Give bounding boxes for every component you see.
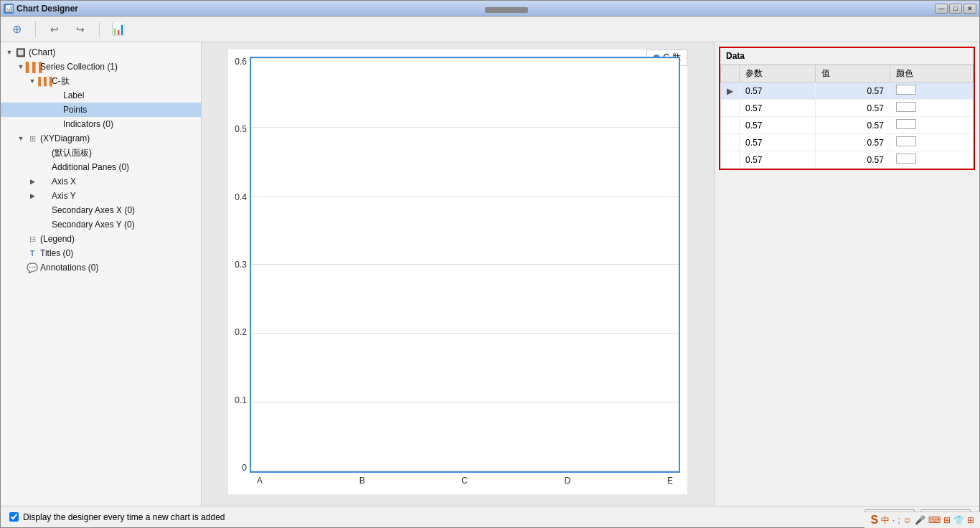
tree-item-c-unit[interactable]: ▼ ▐▐▐ C-肽 [1, 74, 201, 88]
secondary-axes-x-icon [38, 204, 50, 216]
chart-view-button[interactable]: 📊 [108, 20, 128, 39]
row-color-0 [890, 82, 973, 100]
expander-axis-x: ▶ [27, 176, 38, 187]
label-node-icon [50, 90, 61, 101]
row-value-1: 0.57 [815, 100, 890, 117]
annotations-icon: 💬 [27, 262, 38, 273]
color-swatch-1[interactable] [896, 102, 916, 112]
data-panel-header: Data [720, 48, 974, 65]
points-label: Points [63, 105, 87, 115]
main-area: ▼ 🔲 (Chart) ▼ ▐▐▐ Series Collection (1) … [1, 42, 979, 506]
data-row-3[interactable]: 0.57 0.57 [721, 134, 974, 151]
tree-item-titles[interactable]: ▶ T Titles (0) [1, 246, 201, 260]
gridline-6 [251, 402, 679, 402]
ime-icon-s: S [870, 514, 878, 527]
tree-item-axis-y[interactable]: ▶ Axis Y [1, 189, 201, 203]
chart-node-icon: 🔲 [15, 47, 27, 58]
tree-item-axis-x[interactable]: ▶ Axis X [1, 174, 201, 189]
row-color-4 [890, 151, 973, 169]
xaxis-label-e: E [667, 476, 673, 486]
title-bar: 📊 Chart Designer — □ ✕ [1, 1, 979, 16]
undo-button[interactable]: ↩ [44, 20, 65, 39]
add-button[interactable]: ⊕ [6, 20, 27, 39]
xaxis-label-b: B [359, 476, 365, 486]
row-arrow-4 [721, 151, 740, 169]
points-icon [50, 104, 61, 116]
yaxis-label-2: 0.4 [235, 192, 247, 202]
tree-item-secondary-axes-x[interactable]: ▶ Secondary Axes X (0) [1, 203, 201, 217]
th-value: 值 [815, 65, 890, 82]
default-pane-icon [38, 147, 50, 159]
tree-item-chart[interactable]: ▼ 🔲 (Chart) [1, 45, 201, 60]
chart-plot-area [250, 57, 680, 473]
tree-item-series-collection[interactable]: ▼ ▐▐▐ Series Collection (1) [1, 60, 201, 74]
titles-label: Titles (0) [40, 248, 73, 258]
row-arrow-0: ▶ [721, 82, 740, 100]
data-row-1[interactable]: 0.57 0.57 [721, 100, 974, 117]
axis-x-icon [38, 176, 50, 187]
ime-emoji: ☺ [903, 515, 912, 525]
right-panel: Data 参数 值 颜色 ▶ 0.57 [714, 42, 979, 506]
minimize-button[interactable]: — [935, 4, 948, 14]
c-unit-label: C-肽 [52, 75, 70, 88]
indicators-label: Indicators (0) [63, 119, 113, 129]
titles-icon: T [27, 248, 38, 259]
tree-item-secondary-axes-y[interactable]: ▶ Secondary Axes Y (0) [1, 217, 201, 232]
label-node-label: Label [63, 90, 84, 100]
ime-mic: 🎤 [915, 515, 925, 525]
bottom-bar: Display the designer every time a new ch… [1, 506, 979, 527]
chart-wrapper: C-肽 0.6 0.5 0.4 0.3 0.2 0.1 0 [228, 50, 687, 494]
color-swatch-4[interactable] [896, 154, 916, 164]
yaxis-label-3: 0.3 [235, 260, 247, 270]
row-param-3: 0.57 [740, 134, 816, 151]
row-value-4: 0.57 [815, 151, 890, 169]
yaxis-label-0: 0.6 [235, 57, 247, 67]
tree-item-additional-panes[interactable]: ▶ Additional Panes (0) [1, 160, 201, 174]
th-param: 参数 [740, 65, 816, 82]
chart-yaxis: 0.6 0.5 0.4 0.3 0.2 0.1 0 [228, 57, 250, 473]
ime-symbol: ; [897, 515, 900, 525]
expander-xydiagram: ▼ [15, 133, 27, 144]
ime-keyboard: ⌨ [928, 515, 941, 525]
color-swatch-3[interactable] [896, 136, 916, 146]
maximize-button[interactable]: □ [949, 4, 962, 14]
ime-cloud: ⊞ [943, 515, 951, 525]
yaxis-label-1: 0.5 [235, 124, 247, 134]
redo-icon: ↪ [76, 24, 85, 35]
data-tab-label[interactable]: Data [726, 51, 745, 61]
gridline-3 [251, 196, 679, 197]
tree-item-points[interactable]: ▶ Points [1, 103, 201, 117]
chart-node-label: (Chart) [29, 47, 55, 57]
tree-item-annotations[interactable]: ▶ 💬 Annotations (0) [1, 260, 201, 275]
row-arrow-2 [721, 117, 740, 134]
color-swatch-2[interactable] [896, 119, 916, 129]
tree-item-label[interactable]: ▶ Label [1, 88, 201, 103]
axis-y-icon [38, 190, 50, 202]
tree-item-legend[interactable]: ▶ ⊟ (Legend) [1, 232, 201, 246]
display-checkbox[interactable] [9, 512, 19, 522]
chart-icon: 📊 [111, 22, 126, 36]
tree-item-default-pane[interactable]: ▶ (默认面板) [1, 146, 201, 160]
tree-item-xydiagram[interactable]: ▼ ⊞ (XYDiagram) [1, 131, 201, 146]
tree-item-indicators[interactable]: ▶ Indicators (0) [1, 117, 201, 131]
data-row-2[interactable]: 0.57 0.57 [721, 117, 974, 134]
expander-axis-y: ▶ [27, 190, 38, 202]
add-icon: ⊕ [12, 22, 22, 36]
row-color-2 [890, 117, 973, 134]
row-value-0: 0.57 [815, 82, 890, 100]
toolbar-separator-1 [35, 22, 36, 37]
xaxis-label-c: C [461, 476, 468, 486]
yaxis-label-6: 0 [242, 463, 247, 473]
redo-button[interactable]: ↪ [70, 20, 90, 39]
legend-icon: ⊟ [27, 233, 38, 245]
close-button[interactable]: ✕ [963, 4, 976, 14]
data-row-0[interactable]: ▶ 0.57 0.57 [721, 82, 974, 100]
row-value-3: 0.57 [815, 134, 890, 151]
progress-bar [485, 7, 528, 13]
additional-panes-icon [38, 161, 50, 173]
yaxis-label-4: 0.2 [235, 327, 247, 337]
series-collection-label: Series Collection (1) [40, 62, 118, 72]
data-row-4[interactable]: 0.57 0.57 [721, 151, 974, 169]
color-swatch-0[interactable] [896, 85, 916, 95]
expander-chart: ▼ [4, 47, 15, 58]
